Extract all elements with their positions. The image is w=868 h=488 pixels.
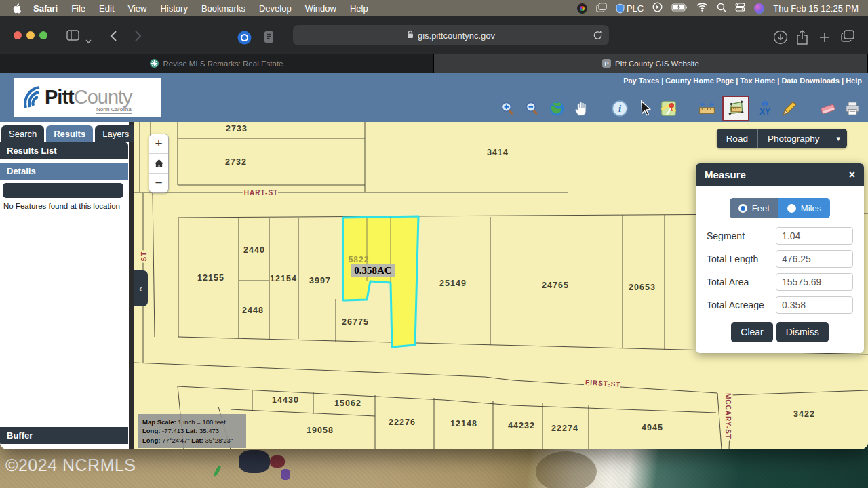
pointer-tool[interactable] (635, 99, 653, 118)
control-center-icon[interactable] (735, 2, 745, 14)
parcel-label-24765: 24765 (542, 281, 569, 290)
lock-icon (407, 30, 414, 41)
close-icon[interactable]: × (849, 169, 855, 181)
print-tool[interactable] (843, 99, 861, 118)
zoom-in-button[interactable]: + (149, 134, 168, 154)
map-viewport[interactable]: 2733273234141215524401215424483997267752… (134, 122, 868, 449)
basemap-dropdown-caret[interactable]: ▾ (829, 129, 847, 148)
parcel-label-3997: 3997 (309, 276, 331, 285)
menu-view[interactable]: View (121, 3, 154, 14)
downloads-icon[interactable] (773, 30, 788, 47)
address-text: gis.pittcountync.gov (418, 30, 495, 41)
sidebar-tab-search[interactable]: Search (1, 125, 44, 142)
sidebar-splitter[interactable] (129, 122, 134, 449)
vpn-shield-icon[interactable]: PLC (616, 3, 644, 14)
basemap-road-button[interactable]: Road (717, 129, 757, 148)
link-separator: | (840, 77, 846, 85)
forward-button[interactable] (134, 30, 142, 45)
clear-button[interactable]: Clear (731, 322, 772, 342)
menu-safari[interactable]: Safari (26, 3, 64, 14)
globe-tool[interactable] (547, 99, 566, 118)
back-button[interactable] (110, 30, 117, 45)
address-bar[interactable]: gis.pittcountync.gov (293, 25, 609, 45)
details-empty-item[interactable] (3, 183, 123, 198)
zoom-in-tool[interactable] (498, 99, 517, 118)
highlighted-parcel[interactable] (343, 216, 418, 347)
measure-input-total-length[interactable] (776, 250, 853, 268)
window-close-button[interactable] (14, 31, 22, 39)
menu-history[interactable]: History (153, 3, 194, 14)
logo-tagline: North Carolina (96, 106, 132, 114)
pan-tool[interactable] (572, 99, 590, 118)
share-icon[interactable] (796, 30, 808, 47)
extension-page-icon[interactable] (264, 30, 274, 46)
measure-buttons: ClearDismiss (707, 322, 853, 342)
header-link-data-downloads[interactable]: Data Downloads (781, 77, 840, 85)
measure-input-segment[interactable] (776, 227, 853, 245)
sidebar-collapse-tab[interactable]: ‹ (134, 270, 148, 306)
menu-file[interactable]: File (64, 3, 92, 14)
details-header[interactable]: Details (0, 163, 128, 180)
menu-help[interactable]: Help (343, 3, 375, 14)
measure-input-total-acreage[interactable] (776, 296, 853, 314)
new-tab-icon[interactable] (818, 31, 831, 46)
zoom-out-tool[interactable] (523, 99, 541, 118)
scale-line-2: Long: -77.413 Lat: 35.473 (142, 426, 241, 435)
menu-window[interactable]: Window (298, 3, 343, 14)
sidebar-tab-layers[interactable]: Layers (95, 125, 136, 142)
sidebar-toggle-icon[interactable] (66, 30, 79, 43)
feet-radio[interactable] (738, 204, 747, 213)
menu-edit[interactable]: Edit (92, 3, 121, 14)
battery-icon[interactable] (671, 3, 688, 14)
wifi-icon[interactable] (696, 3, 708, 14)
eraser-tool[interactable] (818, 99, 837, 118)
apple-menu-icon[interactable] (12, 3, 21, 14)
measure-panel: Measure × Feet Miles SegmentTo (696, 163, 864, 353)
parcel-label-22276: 22276 (389, 418, 416, 427)
unit-option-miles[interactable]: Miles (778, 198, 830, 218)
spotlight-search-icon[interactable] (717, 3, 726, 14)
zoom-out-button[interactable]: − (149, 174, 168, 192)
header-link-tax-home[interactable]: Tax Home (740, 77, 775, 85)
status-app-icon[interactable] (577, 3, 587, 14)
pitt-county-logo[interactable]: PittCounty North Carolina (14, 78, 161, 117)
reload-icon[interactable] (593, 30, 603, 43)
windows-stack-icon[interactable] (596, 3, 607, 14)
xy-coordinates-tool[interactable]: XY (755, 99, 774, 118)
play-circle-icon[interactable] (652, 2, 663, 14)
miles-radio[interactable] (787, 204, 796, 213)
menu-bookmarks[interactable]: Bookmarks (195, 3, 252, 14)
results-list-header[interactable]: Results List (0, 142, 128, 159)
draw-tool[interactable] (780, 99, 798, 118)
measure-area-tool[interactable] (722, 96, 749, 121)
tab-revise-mls-remarks[interactable]: Revise MLS Remarks: Real Estate (0, 54, 434, 73)
header-link-pay-taxes[interactable]: Pay Taxes (623, 77, 659, 85)
tab-pitt-county-gis[interactable]: P Pitt County GIS Website (434, 54, 868, 73)
sidebar-tab-results[interactable]: Results (46, 125, 93, 142)
basemap-photography-button[interactable]: Photography (757, 129, 829, 148)
header-link-help[interactable]: Help (846, 77, 862, 85)
buffer-header[interactable]: Buffer (0, 427, 128, 444)
extension-blue-icon[interactable] (237, 30, 252, 47)
beach-item-purple (281, 469, 290, 480)
home-extent-button[interactable] (149, 154, 168, 174)
identify-tool[interactable]: i (610, 99, 629, 118)
sidebar-chevron-icon[interactable] (85, 34, 92, 46)
macos-menu-bar: SafariFileEditViewHistoryBookmarksDevelo… (0, 0, 868, 16)
measure-input-total-area[interactable] (776, 273, 853, 291)
siri-icon[interactable] (754, 3, 764, 14)
measure-title: Measure (705, 169, 746, 180)
google-maps-tool[interactable] (659, 99, 677, 118)
window-zoom-button[interactable] (39, 31, 47, 39)
window-minimize-button[interactable] (26, 31, 35, 39)
measure-distance-tool[interactable] (698, 99, 716, 118)
menu-bar-clock[interactable]: Thu Feb 15 12:25 PM (773, 3, 859, 14)
tab-title: Revise MLS Remarks: Real Estate (163, 60, 283, 68)
safari-window: gis.pittcountync.gov Revise MLS Remarks:… (0, 16, 868, 449)
parcel-label-12148: 12148 (450, 419, 477, 428)
menu-develop[interactable]: Develop (252, 3, 298, 14)
tab-overview-icon[interactable] (841, 30, 854, 45)
header-link-county-home-page[interactable]: County Home Page (665, 77, 734, 85)
unit-option-feet[interactable]: Feet (730, 198, 778, 218)
dismiss-button[interactable]: Dismiss (776, 322, 829, 342)
